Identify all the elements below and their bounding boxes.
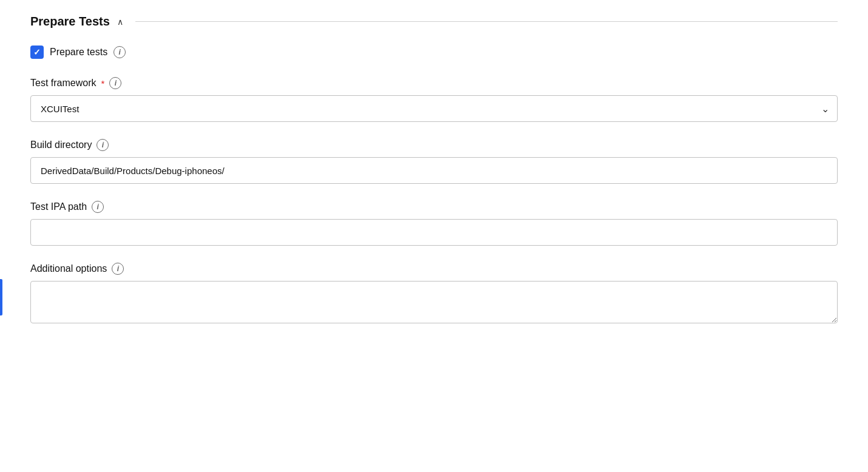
section-title: Prepare Tests — [30, 15, 110, 29]
test-framework-required: * — [101, 78, 104, 89]
section-divider — [135, 21, 838, 22]
test-ipa-path-field: Test IPA path i — [30, 201, 838, 246]
prepare-tests-label: Prepare tests — [50, 47, 107, 58]
prepare-tests-info-icon[interactable]: i — [114, 46, 126, 58]
additional-options-info-icon[interactable]: i — [112, 263, 124, 275]
test-ipa-path-label-row: Test IPA path i — [30, 201, 838, 213]
additional-options-field: Additional options i — [30, 263, 838, 325]
build-directory-info-icon[interactable]: i — [97, 139, 109, 151]
build-directory-field: Build directory i — [30, 139, 838, 184]
build-directory-label-row: Build directory i — [30, 139, 838, 151]
test-framework-select[interactable]: XCUITest XCTest UIAutomation — [30, 95, 838, 122]
test-framework-info-icon[interactable]: i — [109, 77, 121, 89]
test-ipa-path-label: Test IPA path — [30, 201, 87, 212]
test-framework-field: Test framework * i XCUITest XCTest UIAut… — [30, 77, 838, 122]
build-directory-label: Build directory — [30, 140, 92, 150]
test-ipa-path-input[interactable] — [30, 219, 838, 246]
prepare-tests-checkbox[interactable] — [30, 46, 44, 59]
build-directory-input[interactable] — [30, 157, 838, 184]
test-framework-select-wrapper: XCUITest XCTest UIAutomation ⌄ — [30, 95, 838, 122]
test-ipa-path-info-icon[interactable]: i — [92, 201, 104, 213]
test-framework-label-row: Test framework * i — [30, 77, 838, 89]
test-framework-label: Test framework — [30, 78, 96, 89]
main-container: Prepare Tests ∧ Prepare tests i Test fra… — [0, 0, 868, 472]
additional-options-label: Additional options — [30, 263, 107, 274]
additional-options-input[interactable] — [30, 281, 838, 323]
collapse-icon[interactable]: ∧ — [117, 17, 123, 27]
prepare-tests-row: Prepare tests i — [30, 46, 838, 59]
left-accent-bar — [0, 279, 2, 315]
section-header: Prepare Tests ∧ — [30, 15, 838, 29]
additional-options-label-row: Additional options i — [30, 263, 838, 275]
